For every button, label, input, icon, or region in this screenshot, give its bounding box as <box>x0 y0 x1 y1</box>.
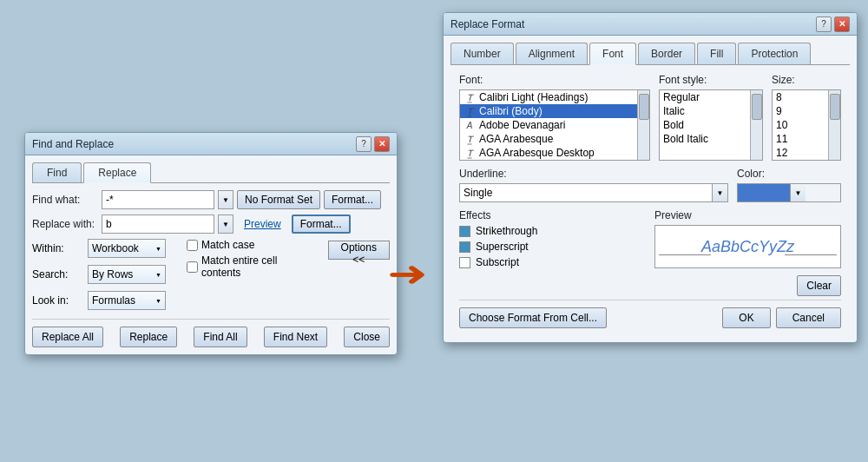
cancel-button[interactable]: Cancel <box>776 307 841 328</box>
replace-all-button[interactable]: Replace All <box>32 327 103 347</box>
font-item-calibri-body[interactable]: T̲ Calibri (Body) <box>460 104 637 118</box>
font-item-calibri-light[interactable]: T̲ Calibri Light (Headings) <box>460 90 637 104</box>
match-case-label: Match case <box>201 239 254 251</box>
replace-format-close-button[interactable]: ✕ <box>834 16 850 32</box>
underline-section: Underline: Single ▼ <box>459 168 728 202</box>
size-8[interactable]: 8 <box>773 90 828 104</box>
subscript-label: Subscript <box>476 256 519 268</box>
font-item-aga-arabesque-desktop[interactable]: T̲ AGA Arabesque Desktop <box>460 146 637 160</box>
color-swatch-wrap[interactable]: ▼ <box>737 183 841 202</box>
replace-with-input[interactable] <box>102 214 214 234</box>
find-no-format-button[interactable]: No Format Set <box>237 190 320 209</box>
size-11[interactable]: 11 <box>773 132 828 146</box>
search-row: Search: By Rows ▼ <box>32 265 166 284</box>
within-label: Within: <box>32 242 84 254</box>
font-icon-aga-arabesque: T̲ <box>464 135 476 144</box>
superscript-label: Superscript <box>476 241 529 253</box>
preview-underline-left <box>659 254 711 255</box>
tab-find[interactable]: Find <box>32 162 82 182</box>
style-italic[interactable]: Italic <box>660 104 750 118</box>
choose-format-button[interactable]: Choose Format From Cell... <box>459 307 607 328</box>
lookin-label: Look in: <box>32 294 84 307</box>
find-replace-help-button[interactable]: ? <box>356 136 372 152</box>
underline-select[interactable]: Single <box>459 183 713 202</box>
ok-button[interactable]: OK <box>722 307 770 328</box>
find-replace-tabs: Find Replace <box>32 162 390 183</box>
size-9[interactable]: 9 <box>773 104 828 118</box>
search-dropdown[interactable]: By Rows ▼ <box>88 265 166 284</box>
find-all-button[interactable]: Find All <box>194 327 247 347</box>
font-list-scrollbar[interactable] <box>637 90 649 160</box>
font-size-listbox-wrap: 8 9 10 11 12 14 <box>772 89 841 161</box>
find-replace-close-button[interactable]: ✕ <box>374 136 390 152</box>
rf-tab-number[interactable]: Number <box>450 43 514 64</box>
rf-tab-protection[interactable]: Protection <box>738 43 811 64</box>
style-name-regular: Regular <box>663 91 700 103</box>
replace-format-button[interactable]: Format... <box>292 214 351 234</box>
style-bold-italic[interactable]: Bold Italic <box>660 132 750 146</box>
search-value: By Rows <box>92 268 133 280</box>
lookin-dropdown-arrow: ▼ <box>155 298 161 304</box>
font-name-calibri-body: Calibri (Body) <box>479 105 542 117</box>
find-what-input[interactable] <box>102 190 214 209</box>
clear-button[interactable]: Clear <box>797 275 841 296</box>
match-entire-checkbox[interactable] <box>187 261 198 273</box>
font-name-aga-arabesque: AGA Arabesque <box>479 133 553 145</box>
color-dropdown-btn[interactable]: ▼ <box>790 184 806 201</box>
find-what-dropdown-btn[interactable]: ▼ <box>218 190 233 209</box>
subscript-checkbox[interactable] <box>459 257 470 268</box>
rf-tab-border[interactable]: Border <box>638 43 695 64</box>
size-10[interactable]: 10 <box>773 118 828 132</box>
preview-underline-right <box>785 254 837 255</box>
replace-with-dropdown-btn[interactable]: ▼ <box>218 214 233 234</box>
match-entire-row: Match entire cell contents <box>187 254 311 279</box>
color-section: Color: ▼ <box>737 168 841 202</box>
lookin-dropdown[interactable]: Formulas ▼ <box>88 291 166 310</box>
font-icon-calibri-light: T̲ <box>464 93 476 102</box>
rf-tab-font[interactable]: Font <box>589 43 636 65</box>
font-item-aga-arabesque[interactable]: T̲ AGA Arabesque <box>460 132 637 146</box>
rf-font-content: Font: T̲ Calibri Light (Headings) T̲ Cal… <box>450 65 850 335</box>
tab-replace[interactable]: Replace <box>83 162 151 183</box>
preview-box: AaBbCcYyZz <box>654 225 841 268</box>
font-style-scrollbar-thumb <box>752 94 762 120</box>
superscript-item: Superscript <box>459 241 646 253</box>
find-what-label: Find what: <box>32 194 102 206</box>
options-button[interactable]: Options << <box>328 241 390 260</box>
replace-format-content: Number Alignment Font Border Fill Protec… <box>444 36 857 342</box>
font-size-scrollbar[interactable] <box>828 90 840 160</box>
clear-btn-wrap: Clear <box>459 275 841 296</box>
replace-button[interactable]: Replace <box>120 327 177 347</box>
strikethrough-checkbox[interactable] <box>459 226 470 237</box>
match-case-checkbox[interactable] <box>187 240 198 251</box>
find-what-row: Find what: ▼ No Format Set Format... <box>32 190 390 209</box>
close-button[interactable]: Close <box>344 327 390 347</box>
find-next-button[interactable]: Find Next <box>264 327 327 347</box>
font-name-aga-arabesque-desktop: AGA Arabesque Desktop <box>479 147 595 159</box>
style-bold[interactable]: Bold <box>660 118 750 132</box>
font-style-section-label: Font style: <box>659 74 763 86</box>
style-regular[interactable]: Regular <box>660 90 750 104</box>
superscript-checkbox[interactable] <box>459 241 470 253</box>
strikethrough-label: Strikethrough <box>476 225 537 237</box>
replace-preview-link[interactable]: Preview <box>237 218 288 230</box>
size-12[interactable]: 12 <box>773 146 828 160</box>
rf-tab-fill[interactable]: Fill <box>697 43 736 64</box>
font-item-adobe-dev[interactable]: A Adobe Devanagari <box>460 118 637 132</box>
rf-columns: Font: T̲ Calibri Light (Headings) T̲ Cal… <box>459 74 841 161</box>
replace-format-titlebar-buttons: ? ✕ <box>816 16 850 32</box>
font-style-scrollbar[interactable] <box>750 90 762 160</box>
within-row: Within: Workbook ▼ <box>32 239 166 258</box>
replace-with-input-wrap: ▼ Preview Format... <box>102 214 351 234</box>
replace-format-help-button[interactable]: ? <box>816 16 832 32</box>
options-section: Within: Workbook ▼ Search: By Rows ▼ Loo… <box>32 239 390 314</box>
rf-tab-alignment[interactable]: Alignment <box>516 43 588 64</box>
within-dropdown-arrow: ▼ <box>155 246 161 252</box>
find-what-input-wrap: ▼ No Format Set Format... <box>102 190 381 209</box>
within-dropdown[interactable]: Workbook ▼ <box>88 239 166 258</box>
find-replace-titlebar-buttons: ? ✕ <box>356 136 390 152</box>
find-format-button[interactable]: Format... <box>324 190 381 209</box>
font-section-label: Font: <box>459 74 650 86</box>
rf-col-size: Size: 8 9 10 11 12 14 <box>772 74 841 161</box>
underline-dropdown-btn[interactable]: ▼ <box>713 183 728 202</box>
